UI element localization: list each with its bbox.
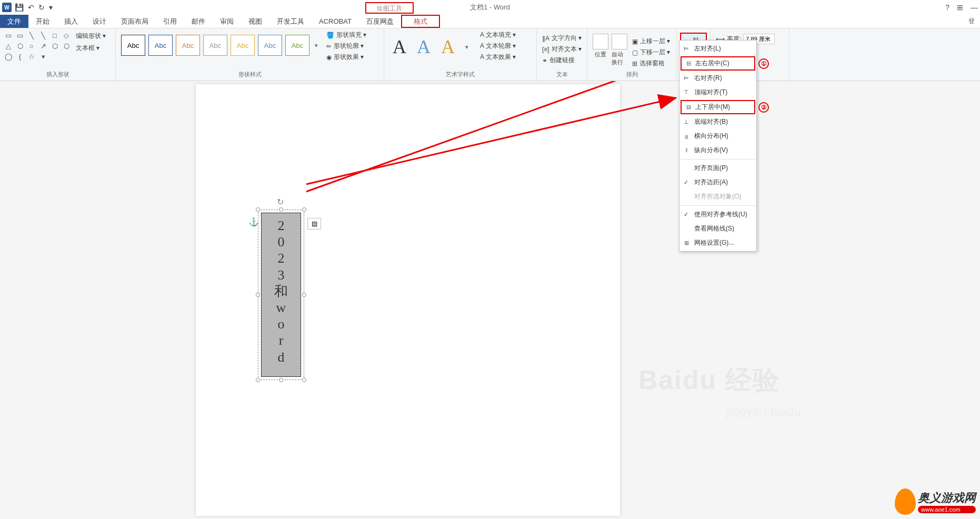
text-box-button[interactable]: 文本框 ▾ bbox=[74, 43, 108, 54]
annotation-2: ② bbox=[758, 102, 769, 113]
rotation-handle[interactable]: ↻ bbox=[277, 197, 285, 205]
annotation-1: ① bbox=[758, 58, 769, 69]
selection-pane-button[interactable]: ⊞ 选择窗格 bbox=[632, 59, 670, 68]
tab-file[interactable]: 文件 bbox=[0, 15, 28, 28]
align-center-v-item[interactable]: ⊟上下居中(M)② bbox=[681, 100, 755, 114]
text-effects-button[interactable]: A 文本效果 ▾ bbox=[480, 53, 516, 62]
tab-references[interactable]: 引用 bbox=[156, 15, 184, 28]
align-page-item[interactable]: 对齐页面(P) bbox=[679, 161, 756, 175]
textbox-char: w bbox=[276, 300, 286, 316]
text-outline-button[interactable]: A 文本轮廓 ▾ bbox=[480, 42, 516, 51]
textbox-char: r bbox=[279, 332, 284, 348]
bring-forward-button[interactable]: ▣ 上移一层 ▾ bbox=[632, 37, 670, 46]
align-bottom-item[interactable]: ⊥底端对齐(B) bbox=[679, 115, 756, 129]
shape-effects-button[interactable]: ◉ 形状效果 ▾ bbox=[326, 53, 366, 62]
qat-dropdown-icon[interactable]: ▾ bbox=[49, 3, 53, 12]
layout-options-button[interactable]: ▤ bbox=[307, 218, 321, 229]
tab-format[interactable]: 格式 bbox=[401, 15, 440, 28]
style-preset-5[interactable]: Abc bbox=[231, 35, 255, 56]
tab-review[interactable]: 审阅 bbox=[213, 15, 241, 28]
undo-icon[interactable]: ↶ bbox=[28, 3, 34, 12]
watermark-main: Baidu 经验 bbox=[638, 363, 780, 398]
group-label-shape-styles: 形状样式 bbox=[116, 71, 384, 78]
tab-insert[interactable]: 插入 bbox=[57, 15, 85, 28]
title-bar: W 💾 ↶ ↻ ▾ 文档1 - Word 绘图工具 ? ⊞ — bbox=[0, 0, 980, 15]
wordart-1[interactable]: A bbox=[393, 36, 406, 58]
style-preset-4[interactable]: Abc bbox=[203, 35, 227, 56]
textbox-char: 和 bbox=[274, 283, 288, 300]
send-backward-button[interactable]: ▢ 下移一层 ▾ bbox=[632, 48, 670, 57]
dropdown-separator bbox=[679, 159, 756, 159]
create-link-button[interactable]: ⚭ 创建链接 bbox=[542, 56, 582, 65]
textbox-selection[interactable]: ⚓ ↻ 2 0 2 3 和 w o r d ▤ bbox=[261, 213, 301, 377]
group-label-arrange: 排列 bbox=[587, 71, 676, 78]
group-wordart-styles: A A A ▾ A 文本填充 ▾ A 文本轮廓 ▾ A 文本效果 ▾ 艺术字样式 bbox=[384, 28, 537, 81]
handle-top-right[interactable] bbox=[302, 207, 306, 212]
textbox-char: o bbox=[278, 316, 285, 332]
handle-mid-top[interactable] bbox=[279, 207, 283, 212]
textbox-char: 2 bbox=[278, 250, 285, 266]
textbox[interactable]: 2 0 2 3 和 w o r d bbox=[261, 213, 301, 377]
position-button[interactable]: 位置 bbox=[593, 34, 608, 58]
align-right-item[interactable]: ⊨右对齐(R) bbox=[679, 71, 756, 85]
ribbon: ▭▭╲╲□◇ △⬡○↗⬡⬡ ◯{☆▾ 编辑形状 ▾ 文本框 ▾ 插入形状 Abc… bbox=[0, 28, 980, 81]
group-insert-shapes: ▭▭╲╲□◇ △⬡○↗⬡⬡ ◯{☆▾ 编辑形状 ▾ 文本框 ▾ 插入形状 bbox=[0, 28, 116, 81]
handle-bottom-left[interactable] bbox=[256, 378, 260, 382]
tab-developer[interactable]: 开发工具 bbox=[269, 15, 312, 28]
style-preset-3[interactable]: Abc bbox=[176, 35, 200, 56]
align-text-button[interactable]: [≡] 对齐文本 ▾ bbox=[542, 45, 582, 54]
shapes-gallery[interactable]: ▭▭╲╲□◇ △⬡○↗⬡⬡ ◯{☆▾ bbox=[3, 31, 72, 61]
tab-baidu[interactable]: 百度网盘 bbox=[359, 15, 401, 28]
tab-design[interactable]: 设计 bbox=[85, 15, 114, 28]
document-canvas[interactable]: ⚓ ↻ 2 0 2 3 和 w o r d ▤ bbox=[0, 81, 980, 519]
minimize-icon[interactable]: — bbox=[971, 3, 978, 12]
save-icon[interactable]: 💾 bbox=[15, 3, 24, 12]
text-fill-button[interactable]: A 文本填充 ▾ bbox=[480, 31, 516, 39]
wrap-icon bbox=[612, 34, 627, 49]
style-preset-1[interactable]: Abc bbox=[121, 35, 145, 56]
handle-mid-right[interactable] bbox=[302, 293, 306, 297]
tab-home[interactable]: 开始 bbox=[28, 15, 57, 28]
edit-shape-button[interactable]: 编辑形状 ▾ bbox=[74, 31, 108, 42]
quick-access-toolbar: 💾 ↶ ↻ ▾ bbox=[15, 3, 53, 12]
grid-settings-item[interactable]: ⊞网格设置(G)... bbox=[679, 236, 756, 250]
watermark-sub: jingyan.baidu bbox=[727, 404, 801, 419]
wordart-gallery[interactable]: A A A ▾ bbox=[387, 31, 474, 63]
redo-icon[interactable]: ↻ bbox=[38, 3, 45, 12]
handle-bottom-right[interactable] bbox=[302, 378, 306, 382]
help-icon[interactable]: ? bbox=[945, 3, 949, 12]
align-left-item[interactable]: ⊨左对齐(L) bbox=[679, 42, 756, 56]
use-guides-item[interactable]: ✓使用对齐参考线(U) bbox=[679, 207, 756, 222]
style-preset-6[interactable]: Abc bbox=[258, 35, 282, 56]
view-gridlines-item[interactable]: 查看网格线(S) bbox=[679, 222, 756, 236]
tab-layout[interactable]: 页面布局 bbox=[114, 15, 156, 28]
style-preset-7[interactable]: Abc bbox=[285, 35, 309, 56]
group-label-wordart: 艺术字样式 bbox=[384, 71, 536, 78]
textbox-char: 0 bbox=[278, 234, 285, 250]
handle-mid-bottom[interactable] bbox=[279, 378, 283, 382]
group-label-text: 文本 bbox=[537, 71, 587, 78]
shape-outline-button[interactable]: ✏ 形状轮廓 ▾ bbox=[326, 42, 366, 51]
style-preset-2[interactable]: Abc bbox=[148, 35, 173, 56]
align-center-h-item[interactable]: ⊟左右居中(C)① bbox=[681, 56, 755, 71]
document-title: 文档1 - Word bbox=[470, 3, 510, 12]
align-margin-item[interactable]: ✓对齐边距(A) bbox=[679, 175, 756, 189]
align-top-item[interactable]: ⊤顶端对齐(T) bbox=[679, 85, 756, 99]
shape-fill-button[interactable]: 🪣 形状填充 ▾ bbox=[326, 31, 366, 39]
wrap-text-button[interactable]: 自动换行 bbox=[612, 34, 628, 66]
distribute-v-item[interactable]: ⫴纵向分布(V) bbox=[679, 143, 756, 157]
handle-mid-left[interactable] bbox=[256, 293, 260, 297]
textbox-char: d bbox=[278, 349, 285, 365]
distribute-h-item[interactable]: ⫼横向分布(H) bbox=[679, 129, 756, 143]
handle-top-left[interactable] bbox=[256, 207, 260, 212]
wordart-3[interactable]: A bbox=[441, 36, 455, 58]
login-link[interactable]: 登 bbox=[968, 17, 980, 26]
wordart-2[interactable]: A bbox=[417, 36, 431, 58]
ribbon-tabs: 文件 开始 插入 设计 页面布局 引用 邮件 审阅 视图 开发工具 ACROBA… bbox=[0, 15, 980, 28]
tab-mail[interactable]: 邮件 bbox=[184, 15, 213, 28]
tab-view[interactable]: 视图 bbox=[241, 15, 269, 28]
tab-acrobat[interactable]: ACROBAT bbox=[312, 15, 359, 28]
ribbon-display-icon[interactable]: ⊞ bbox=[957, 3, 963, 12]
text-direction-button[interactable]: ‖A 文字方向 ▾ bbox=[542, 34, 582, 43]
shape-styles-gallery[interactable]: Abc Abc Abc Abc Abc Abc Abc ▾ bbox=[119, 31, 320, 60]
